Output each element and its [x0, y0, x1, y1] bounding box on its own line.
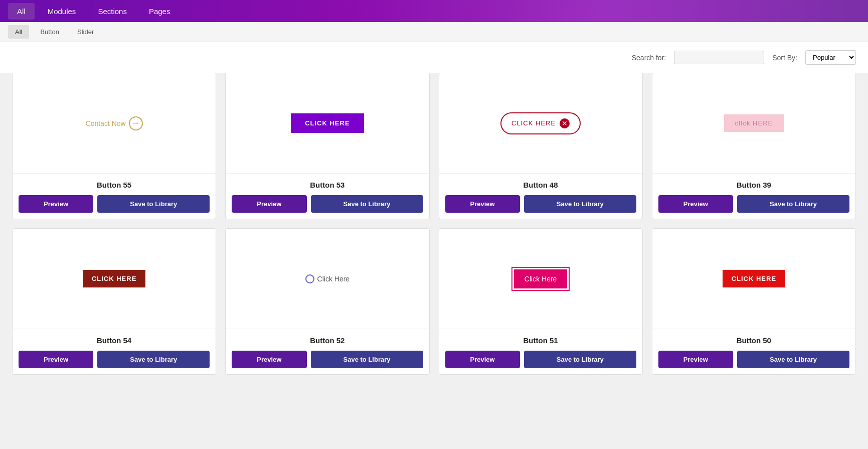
save-button-53[interactable]: Save to Library [311, 195, 423, 213]
card-preview-btn-50: CLICK HERE [652, 229, 855, 329]
card-actions-btn-51: Preview Save to Library [445, 351, 636, 368]
save-button-39[interactable]: Save to Library [737, 195, 849, 213]
card-actions-btn-53: Preview Save to Library [232, 195, 423, 213]
card-footer-btn-39: Button 39 Preview Save to Library [652, 174, 855, 219]
search-label: Search for: [632, 54, 666, 62]
card-title-btn-39: Button 39 [658, 181, 849, 189]
save-button-54[interactable]: Save to Library [97, 351, 210, 368]
card-btn-55: Contact Now → Button 55 Preview Save to … [12, 73, 216, 219]
card-btn-54: CLICK HERE Button 54 Preview Save to Lib… [12, 228, 216, 375]
sub-item-button[interactable]: Button [33, 25, 66, 39]
card-btn-48: CLICK HERE ✕ Button 48 Preview Save to L… [439, 73, 643, 219]
button-52-preview[interactable]: Click Here [305, 274, 350, 283]
nav-item-pages[interactable]: Pages [140, 3, 180, 20]
card-footer-btn-53: Button 53 Preview Save to Library [226, 174, 429, 219]
card-title-btn-48: Button 48 [445, 181, 636, 189]
card-grid: Contact Now → Button 55 Preview Save to … [0, 73, 868, 387]
save-button-52[interactable]: Save to Library [311, 351, 423, 368]
card-btn-39: clIck HERE Button 39 Preview Save to Lib… [652, 73, 856, 219]
card-title-btn-54: Button 54 [19, 336, 210, 345]
card-preview-btn-54: CLICK HERE [13, 229, 216, 329]
card-actions-btn-50: Preview Save to Library [658, 351, 849, 368]
save-button-51[interactable]: Save to Library [524, 351, 636, 368]
btn-55-arrow-icon: → [129, 116, 143, 130]
button-48-preview[interactable]: CLICK HERE ✕ [500, 112, 581, 134]
card-preview-btn-48: CLICK HERE ✕ [439, 73, 642, 174]
sub-item-all[interactable]: All [8, 25, 29, 39]
card-preview-btn-39: clIck HERE [652, 73, 855, 174]
card-preview-btn-55: Contact Now → [13, 73, 216, 174]
btn-52-dot-icon [305, 274, 314, 283]
card-actions-btn-52: Preview Save to Library [232, 351, 423, 368]
save-button-50[interactable]: Save to Library [737, 351, 849, 368]
card-preview-btn-51: Click Here [439, 229, 642, 329]
button-53-preview[interactable]: CLICK HERE [291, 113, 364, 133]
preview-button-53[interactable]: Preview [232, 195, 306, 213]
card-footer-btn-52: Button 52 Preview Save to Library [226, 329, 429, 374]
card-title-btn-51: Button 51 [445, 336, 636, 345]
nav-item-modules[interactable]: Modules [39, 3, 85, 20]
card-title-btn-50: Button 50 [658, 336, 849, 345]
card-footer-btn-51: Button 51 Preview Save to Library [439, 329, 642, 374]
card-title-btn-53: Button 53 [232, 181, 423, 189]
card-footer-btn-50: Button 50 Preview Save to Library [652, 329, 855, 374]
search-input[interactable] [674, 51, 764, 64]
sub-item-slider[interactable]: Slider [70, 25, 101, 39]
btn-48-label: CLICK HERE [511, 119, 556, 127]
preview-button-48[interactable]: Preview [445, 195, 520, 213]
save-button-48[interactable]: Save to Library [524, 195, 636, 213]
btn-52-label: Click Here [317, 275, 350, 283]
card-actions-btn-39: Preview Save to Library [658, 195, 849, 213]
card-title-btn-52: Button 52 [232, 336, 423, 345]
preview-button-50[interactable]: Preview [658, 351, 733, 368]
top-nav: All Modules Sections Pages [0, 0, 868, 22]
button-50-preview[interactable]: CLICK HERE [723, 270, 785, 287]
toolbar: Search for: Sort By: Popular Newest Olde… [0, 42, 868, 73]
preview-button-55[interactable]: Preview [19, 195, 93, 213]
card-preview-btn-52: Click Here [226, 229, 429, 329]
card-title-btn-55: Button 55 [19, 181, 210, 189]
sub-nav: All Button Slider [0, 22, 868, 42]
card-actions-btn-55: Preview Save to Library [19, 195, 210, 213]
preview-button-51[interactable]: Preview [445, 351, 520, 368]
nav-item-all[interactable]: All [8, 3, 35, 20]
card-actions-btn-54: Preview Save to Library [19, 351, 210, 368]
save-button-55[interactable]: Save to Library [97, 195, 210, 213]
card-btn-53: CLICK HERE Button 53 Preview Save to Lib… [225, 73, 429, 219]
card-footer-btn-55: Button 55 Preview Save to Library [13, 174, 216, 219]
sort-select[interactable]: Popular Newest Oldest [805, 50, 856, 65]
button-54-preview[interactable]: CLICK HERE [83, 270, 145, 287]
card-preview-btn-53: CLICK HERE [226, 73, 429, 174]
btn-48-dot-icon: ✕ [560, 118, 570, 128]
button-55-preview[interactable]: Contact Now → [86, 116, 143, 130]
card-footer-btn-48: Button 48 Preview Save to Library [439, 174, 642, 219]
sort-label: Sort By: [772, 54, 797, 62]
button-39-preview[interactable]: clIck HERE [724, 114, 784, 132]
button-51-preview[interactable]: Click Here [514, 269, 568, 288]
card-btn-52: Click Here Button 52 Preview Save to Lib… [225, 228, 429, 375]
card-footer-btn-54: Button 54 Preview Save to Library [13, 329, 216, 374]
card-actions-btn-48: Preview Save to Library [445, 195, 636, 213]
btn-55-label: Contact Now [86, 119, 126, 127]
card-btn-51: Click Here Button 51 Preview Save to Lib… [439, 228, 643, 375]
preview-button-39[interactable]: Preview [658, 195, 733, 213]
preview-button-54[interactable]: Preview [19, 351, 93, 368]
nav-item-sections[interactable]: Sections [89, 3, 136, 20]
preview-button-52[interactable]: Preview [232, 351, 306, 368]
card-btn-50: CLICK HERE Button 50 Preview Save to Lib… [652, 228, 856, 375]
